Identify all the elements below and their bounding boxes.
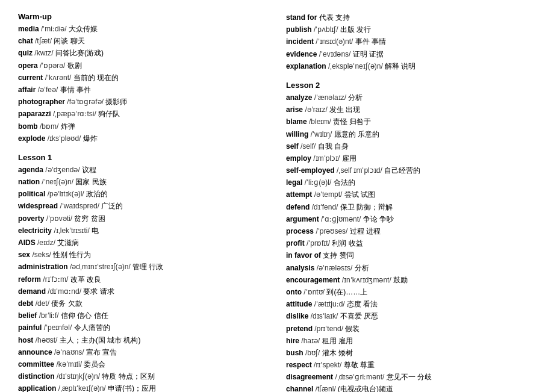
pronunciation: /əˈnaʊns/ <box>54 348 84 356</box>
lesson2-title: Lesson 2 <box>286 81 536 90</box>
pronunciation: /ˈpɒvəti/ <box>46 214 72 223</box>
translation: 支持 赞同 <box>323 251 353 260</box>
lesson2-section: Lesson 2 analyze /ˈænəlaɪz/ 分析arise /əˈr… <box>286 81 536 392</box>
word: AIDS <box>18 238 36 247</box>
pronunciation: /bɒm/ <box>40 122 58 131</box>
pronunciation: /ədˌmɪnɪˈstreɪʃ(ə)n/ <box>70 263 131 271</box>
pronunciation: /ˌpæpəˈrɑːtsi/ <box>53 110 96 118</box>
pronunciation: /ˈɒpərə/ <box>40 61 65 70</box>
word-entry: bomb /bɒm/ 炸弹 <box>18 121 268 132</box>
word-entry: host /həʊst/ 主人；主办(国 城市 机构) <box>18 335 268 346</box>
word: agenda <box>18 166 43 174</box>
pronunciation: /dɪˈstɪŋkʃ(ə)n/ <box>57 372 100 381</box>
pronunciation: /əˈnæləsɪs/ <box>317 264 353 272</box>
word: political <box>18 190 45 198</box>
word-entry: media /ˈmiːdiə/ 大众传媒 <box>18 23 268 35</box>
translation: 闲谈 聊天 <box>54 37 84 45</box>
translation: 爆炸 <box>83 134 98 143</box>
translation: 尊敬 尊重 <box>344 361 375 369</box>
word-entry: in favor of 支持 赞同 <box>286 250 536 261</box>
pronunciation: /ɪmˈplɔɪ/ <box>313 154 340 163</box>
word: process <box>286 227 314 235</box>
word-entry: debt /det/ 债务 欠款 <box>18 298 268 310</box>
pronunciation: /det/ <box>36 299 49 308</box>
translation: 责怪 归咎于 <box>333 117 371 126</box>
pronunciation: /dɪˈfend/ <box>312 203 338 211</box>
translation: 要求 请求 <box>83 287 114 296</box>
pronunciation: /ɪnˈkʌrɪdʒmənt/ <box>342 276 391 284</box>
pronunciation: /əˈtempt/ <box>314 190 343 199</box>
pronunciation: /tʃæt/ <box>35 37 52 45</box>
translation: 解释 说明 <box>385 62 416 70</box>
pronunciation: /ˈmiːdiə/ <box>41 25 67 33</box>
word-entry: disagreement /ˌdɪsəˈɡriːmənt/ 意见不一 分歧 <box>286 372 536 383</box>
pronunciation: /tʃænl/ <box>316 385 336 392</box>
word: nation <box>18 178 40 186</box>
word: announce <box>18 348 52 356</box>
translation: 摄影师 <box>105 98 127 106</box>
warmup-title: Warm-up <box>18 12 268 21</box>
word-entry: respect /rɪˈspekt/ 尊敬 尊重 <box>286 359 536 371</box>
word: painful <box>18 323 42 332</box>
word: channel <box>286 385 313 392</box>
translation: 性别 性行为 <box>53 250 91 259</box>
word: widespread <box>18 202 58 210</box>
translation: 不喜爱 厌恶 <box>340 312 378 320</box>
warmup-section: Warm-up media /ˈmiːdiə/ 大众传媒chat /tʃæt/ … <box>18 12 268 145</box>
pronunciation: /ˌæplɪˈkeɪʃ(ə)n/ <box>58 384 106 392</box>
word: debt <box>18 299 33 308</box>
pronunciation: /ˈneɪʃ(ə)n/ <box>42 178 73 186</box>
translation: 主人；主办(国 城市 机构) <box>60 336 141 344</box>
pronunciation: /haɪə/ <box>301 337 320 345</box>
translation: 保卫 防御；辩解 <box>340 203 393 211</box>
translation: 分析 <box>355 264 369 272</box>
translation: 大众传媒 <box>69 25 98 33</box>
right-column: stand for 代表 支持publish /ˈpʌblɪʃ/ 出版 发行in… <box>286 12 536 392</box>
word: distinction <box>18 372 55 381</box>
word: legal <box>286 178 302 187</box>
pronunciation: /ˈkʌrənt/ <box>45 73 72 82</box>
word-entry: sex /seks/ 性别 性行为 <box>18 249 268 261</box>
translation: 事情 事件 <box>60 86 91 94</box>
translation: 分析 <box>348 93 363 102</box>
pronunciation: /ˈprɒfɪt/ <box>307 239 330 247</box>
lesson1-entries: agenda /əˈdʒendə/ 议程nation /ˈneɪʃ(ə)n/ 国… <box>18 164 268 392</box>
word-entry: profit /ˈprɒfɪt/ 利润 收益 <box>286 238 536 249</box>
word-entry: explode /ɪksˈpləʊd/ 爆炸 <box>18 133 268 145</box>
word-entry: dislike /dɪsˈlaɪk/ 不喜爱 厌恶 <box>286 311 536 322</box>
word: analyze <box>286 93 312 102</box>
translation: 雇用 <box>342 154 356 163</box>
translation: 合法的 <box>334 178 355 187</box>
translation: 狗仔队 <box>98 110 120 118</box>
word-entry: painful /ˈpeɪnfəl/ 令人痛苦的 <box>18 322 268 334</box>
pronunciation: /əˈdʒendə/ <box>45 166 79 174</box>
word-entry: quiz /kwɪz/ 问答比赛(游戏) <box>18 48 268 59</box>
translation: 到(在)……上 <box>326 288 367 296</box>
word-entry: analyze /ˈænəlaɪz/ 分析 <box>286 92 536 104</box>
translation: 歌剧 <box>67 61 82 70</box>
word: employ <box>286 154 311 163</box>
translation: 当前的 现在的 <box>73 73 119 82</box>
word: explode <box>18 134 45 143</box>
translation: 证明 证据 <box>353 50 384 58</box>
translation: 利润 收益 <box>332 239 363 247</box>
pronunciation: /dɪsˈlaɪk/ <box>311 312 338 320</box>
word: application <box>18 384 56 392</box>
translation: 争论 争吵 <box>363 215 394 223</box>
pronunciation: /əˈfeə/ <box>38 86 58 94</box>
word: arise <box>286 105 303 114</box>
word: respect <box>286 361 312 369</box>
pronunciation: /prɪˈtend/ <box>314 325 343 333</box>
translation: (电视或电台)频道 <box>338 385 393 392</box>
warmup-continued-entries: stand for 代表 支持publish /ˈpʌblɪʃ/ 出版 发行in… <box>286 12 536 72</box>
pronunciation: /ˈwɪlɪŋ/ <box>311 130 332 138</box>
word: defend <box>286 203 310 211</box>
word: reform <box>18 275 41 284</box>
word: affair <box>18 86 36 94</box>
translation: 信仰 信心 信任 <box>61 311 108 320</box>
pronunciation: /self/ <box>300 142 316 151</box>
word-entry: administration /ədˌmɪnɪˈstreɪʃ(ə)n/ 管理 行… <box>18 261 268 273</box>
translation: 假装 <box>345 325 359 333</box>
word: chat <box>18 37 33 45</box>
word-entry: self /self/ 自我 自身 <box>286 141 536 152</box>
